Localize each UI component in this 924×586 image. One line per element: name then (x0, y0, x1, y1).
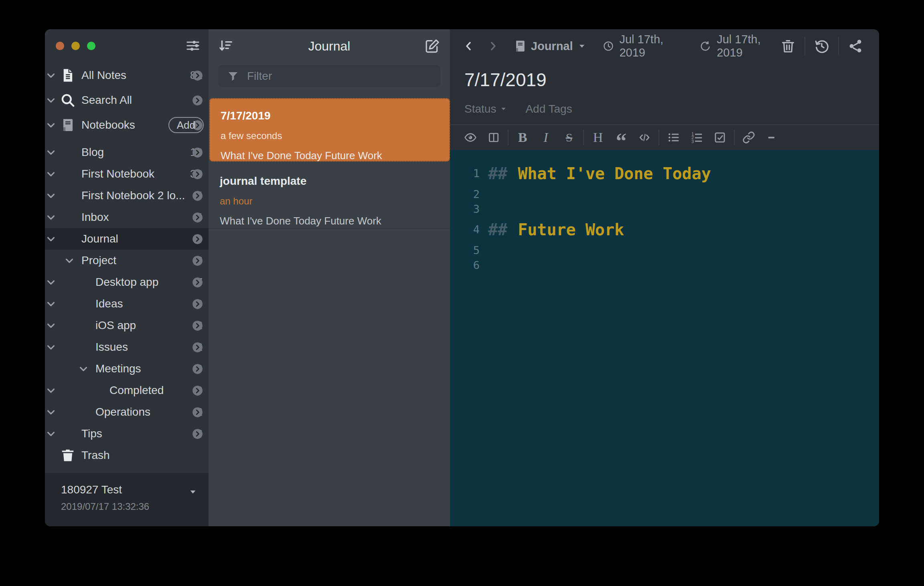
filter-box[interactable] (218, 65, 440, 87)
sidebar-item-journal[interactable]: Journal (45, 228, 209, 250)
quote-icon[interactable]: “ (610, 126, 633, 149)
caret-down-icon[interactable] (188, 487, 197, 496)
zoom-button[interactable] (87, 42, 95, 50)
chevron-down-icon[interactable] (77, 363, 89, 375)
eye-icon[interactable] (459, 126, 482, 149)
circle-chevron-right-icon[interactable] (192, 147, 203, 158)
sidebar-item-label: Operations (95, 406, 150, 418)
editor-line[interactable]: 6 (450, 258, 879, 273)
circle-chevron-right-icon[interactable] (192, 95, 203, 106)
sort-icon[interactable] (218, 38, 233, 54)
back-icon[interactable] (463, 39, 475, 53)
sidebar-item-label: iOS app (95, 319, 136, 332)
sidebar-item-ideas[interactable]: Ideas 0 (45, 293, 209, 315)
circle-chevron-right-icon[interactable] (192, 234, 203, 245)
sidebar-item-first-notebook[interactable]: First Notebook 39 (45, 163, 209, 185)
circle-chevron-right-icon[interactable] (192, 277, 203, 288)
chevron-down-icon[interactable] (45, 69, 57, 81)
circle-chevron-right-icon[interactable] (192, 70, 203, 81)
trash-icon[interactable] (780, 38, 796, 54)
sidebar-item-trash[interactable]: Trash (45, 445, 209, 466)
circle-chevron-right-icon[interactable] (192, 320, 203, 331)
editor-line[interactable]: 4 ##Future Work (450, 216, 879, 243)
editor-line[interactable]: 2 (450, 187, 879, 202)
editor-line[interactable]: 5 (450, 243, 879, 258)
chevron-down-icon[interactable] (45, 119, 57, 131)
chevron-down-icon[interactable] (45, 94, 57, 106)
circle-chevron-right-icon[interactable] (192, 212, 203, 223)
sidebar-item-blog[interactable]: Blog 10 (45, 141, 209, 163)
sidebar-item-notebooks[interactable]: Notebooks Add (45, 113, 209, 137)
file-icon (60, 68, 75, 83)
editor-line[interactable]: 1 ##What I've Done Today (450, 160, 879, 187)
chevron-down-icon[interactable] (45, 298, 57, 310)
chevron-down-icon[interactable] (45, 428, 57, 440)
chevron-down-icon[interactable] (45, 384, 57, 396)
filter-input[interactable] (246, 69, 440, 83)
sidebar-item-first-notebook-2-lo[interactable]: First Notebook 2 lo... 4 (45, 185, 209, 206)
editor-line[interactable]: 3 (450, 202, 879, 216)
add-notebook-button[interactable]: Add (168, 117, 204, 133)
circle-chevron-right-icon[interactable] (192, 299, 203, 309)
horizontal-rule-icon[interactable] (760, 126, 784, 149)
bold-icon[interactable]: B (511, 126, 534, 149)
note-list-item[interactable]: 7/17/2019 a few seconds What I've Done T… (209, 98, 450, 162)
sidebar-item-ios-app[interactable]: iOS app 2 (45, 315, 209, 336)
chevron-down-icon[interactable] (45, 146, 57, 158)
sync-status-area[interactable]: 180927 Test 2019/07/17 13:32:36 (45, 473, 209, 526)
sidebar-item-issues[interactable]: Issues 2 (45, 336, 209, 358)
created-date: Jul 17th, 2019 (603, 33, 683, 59)
circle-chevron-right-icon[interactable] (192, 364, 203, 374)
sidebar-item-search-all[interactable]: Search All (45, 88, 209, 113)
forward-icon[interactable] (487, 39, 499, 53)
circle-chevron-right-icon[interactable] (192, 385, 203, 396)
chevron-down-icon[interactable] (45, 276, 57, 288)
note-item-time: a few seconds (221, 131, 440, 141)
circle-chevron-right-icon[interactable] (192, 428, 203, 439)
add-tags-field[interactable]: Add Tags (525, 103, 572, 115)
sliders-icon[interactable] (185, 38, 201, 53)
heading-marker: ## (488, 164, 507, 183)
chevron-down-icon[interactable] (45, 406, 57, 418)
circle-chevron-right-icon[interactable] (192, 342, 203, 353)
share-icon[interactable] (848, 38, 863, 54)
sidebar-item-all-notes[interactable]: All Notes 81 (45, 63, 209, 88)
compose-icon[interactable] (424, 38, 440, 54)
sidebar-item-label: Blog (81, 146, 104, 159)
circle-chevron-right-icon[interactable] (192, 169, 203, 180)
sidebar-item-operations[interactable]: Operations 2 (45, 401, 209, 423)
code-icon[interactable] (633, 126, 656, 149)
chevron-down-icon[interactable] (45, 341, 57, 353)
italic-icon[interactable]: I (534, 126, 557, 149)
circle-chevron-right-icon[interactable] (192, 407, 203, 418)
chevron-down-icon[interactable] (45, 233, 57, 245)
markdown-editor[interactable]: 1 ##What I've Done Today 2 3 4 ##Future … (450, 150, 879, 526)
sidebar-item-tips[interactable]: Tips 6 (45, 423, 209, 445)
minimize-button[interactable] (71, 42, 80, 50)
sidebar-item-project[interactable]: Project 3 (45, 250, 209, 271)
checkbox-icon[interactable] (708, 126, 732, 149)
chevron-down-icon[interactable] (45, 319, 57, 331)
heading-icon[interactable]: H (586, 126, 610, 149)
columns-icon[interactable] (482, 126, 505, 149)
circle-chevron-right-icon[interactable] (192, 255, 203, 266)
history-icon[interactable] (814, 38, 829, 54)
svg-text:3: 3 (691, 139, 694, 144)
sidebar-item-desktop-app[interactable]: Desktop app 7 (45, 271, 209, 293)
sidebar-item-inbox[interactable]: Inbox 4 (45, 206, 209, 228)
sidebar-item-meetings[interactable]: Meetings 0 (45, 358, 209, 380)
chevron-down-icon[interactable] (45, 190, 57, 202)
notebook-dropdown[interactable]: Journal (513, 39, 586, 53)
note-title[interactable]: 7/17/2019 (464, 69, 879, 91)
strikethrough-icon[interactable]: S (557, 126, 581, 149)
link-icon[interactable] (737, 126, 760, 149)
ordered-list-icon[interactable]: 1 2 3 (685, 126, 708, 149)
chevron-down-icon[interactable] (45, 211, 57, 223)
chevron-down-icon[interactable] (45, 168, 57, 180)
note-list-item[interactable]: journal template an hour What I've Done … (209, 164, 450, 229)
status-dropdown[interactable]: Status (464, 103, 507, 115)
sidebar-item-completed[interactable]: Completed 0 (45, 380, 209, 401)
bullet-list-icon[interactable] (662, 126, 685, 149)
circle-chevron-right-icon[interactable] (192, 190, 203, 201)
close-button[interactable] (56, 42, 64, 50)
